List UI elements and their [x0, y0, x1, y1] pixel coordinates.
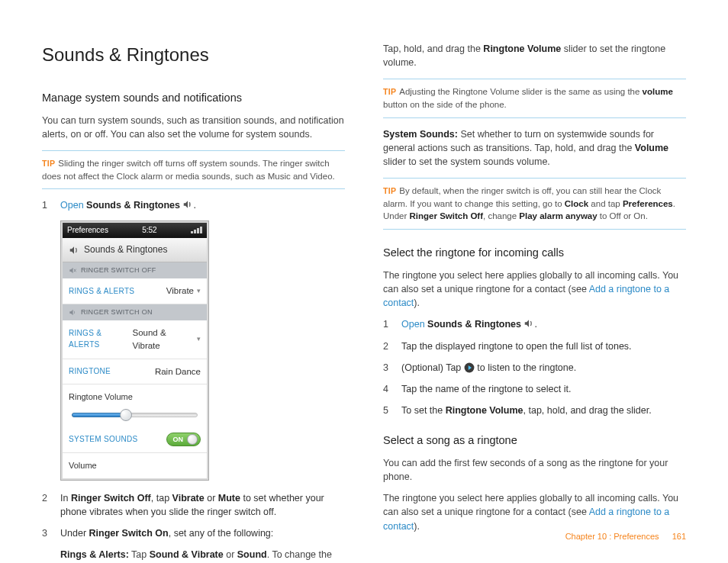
section-heading-song-ringtone: Select a song as a ringtone	[383, 433, 686, 449]
speaker-icon	[182, 199, 193, 210]
step-2: 2 Tap the displayed ringtone to open the…	[383, 339, 686, 353]
tip-box: TIPAdjusting the Ringtone Volume slider …	[383, 79, 686, 117]
step-3: 3 (Optional) Tap to listen to the ringto…	[383, 361, 686, 375]
chevron-down-icon: ▾	[197, 286, 201, 296]
left-column: Sounds & Ringtones Manage system sounds …	[42, 42, 345, 563]
right-column: Tap, hold, and drag the Ringtone Volume …	[383, 42, 686, 563]
step-number: 2	[42, 491, 50, 519]
sound-icon	[69, 308, 77, 317]
speaker-icon	[69, 245, 79, 256]
phone-row-rings-on[interactable]: RINGS & ALERTS Sound & Vibrate▾	[63, 320, 207, 359]
tip-text: Sliding the ringer switch off turns off …	[42, 159, 335, 181]
step-number: 3	[383, 361, 391, 375]
step-1: 1 Open Sounds & Ringtones .	[42, 198, 345, 212]
phone-row-system-sounds[interactable]: SYSTEM SOUNDS ON	[63, 426, 207, 453]
section-heading-manage: Manage system sounds and notifications	[42, 90, 345, 106]
tip-box: TIPBy default, when the ringer switch is…	[383, 178, 686, 230]
phone-row-rings-off[interactable]: RINGS & ALERTS Vibrate▾	[63, 278, 207, 304]
rings-alerts-detail: Rings & Alerts: Tap Sound & Vibrate or S…	[60, 548, 345, 563]
tip-label: TIP	[383, 186, 396, 195]
phone-statusbar: Preferences 5:52	[63, 223, 207, 239]
section-heading-select-ringtone: Select the ringtone for incoming calls	[383, 245, 686, 261]
song-ringtone-intro: You can add the first few seconds of a s…	[383, 456, 686, 484]
step-2: 2 In Ringer Switch Off, tap Vibrate or M…	[42, 491, 345, 519]
step-number: 2	[383, 339, 391, 353]
song-ringtone-global: The ringtone you select here applies glo…	[383, 491, 686, 532]
phone-ringtone-volume: Ringtone Volume	[63, 384, 207, 426]
chevron-down-icon: ▾	[197, 334, 201, 344]
intro-paragraph: You can turn system sounds, such as tran…	[42, 114, 345, 141]
step-5: 5 To set the Ringtone Volume, tap, hold,…	[383, 404, 686, 417]
page-title: Sounds & Ringtones	[42, 42, 345, 69]
step-number: 3	[42, 526, 50, 540]
chapter-label: Chapter 10 : Preferences	[565, 532, 659, 541]
ringtone-volume-detail: Tap, hold, and drag the Ringtone Volume …	[383, 42, 686, 69]
select-ringtone-intro: The ringtone you select here applies glo…	[383, 269, 686, 310]
speaker-icon	[523, 318, 534, 329]
toggle-on[interactable]: ON	[166, 433, 201, 446]
step-number: 1	[383, 317, 391, 331]
phone-volume-label: Volume	[63, 453, 207, 478]
signal-icon	[191, 227, 202, 233]
phone-title: Sounds & Ringtones	[84, 243, 167, 256]
tip-label: TIP	[42, 159, 55, 168]
open-link[interactable]: Open	[401, 319, 425, 330]
step-number: 4	[383, 382, 391, 396]
volume-slider[interactable]	[72, 408, 198, 422]
step-3: 3 Under Ringer Switch On, set any of the…	[42, 526, 345, 540]
mute-icon	[69, 266, 77, 275]
page-number: 161	[672, 532, 686, 541]
phone-row-ringtone[interactable]: RINGTONE Rain Dance	[63, 359, 207, 385]
phone-section-off: RINGER SWITCH OFF	[63, 262, 207, 278]
phone-titlebar: Sounds & Ringtones	[63, 238, 207, 262]
phone-screenshot: Preferences 5:52 Sounds & Ringtones RING…	[60, 220, 209, 481]
phone-prefs-label: Preferences	[67, 225, 108, 236]
step-number: 1	[42, 198, 50, 212]
system-sounds-detail: System Sounds: Set whether to turn on sy…	[383, 127, 686, 169]
app-name: Sounds & Ringtones	[86, 200, 180, 211]
page-footer: Chapter 10 : Preferences 161	[565, 531, 686, 543]
phone-section-on: RINGER SWITCH ON	[63, 304, 207, 320]
step-4: 4 Tap the name of the ringtone to select…	[383, 382, 686, 396]
step-number: 5	[383, 404, 391, 417]
tip-label: TIP	[383, 87, 396, 96]
step-1: 1 Open Sounds & Ringtones .	[383, 317, 686, 331]
open-link[interactable]: Open	[60, 200, 84, 211]
tip-box: TIPSliding the ringer switch off turns o…	[42, 150, 345, 189]
play-icon[interactable]	[464, 362, 475, 373]
phone-time: 5:52	[142, 225, 156, 236]
